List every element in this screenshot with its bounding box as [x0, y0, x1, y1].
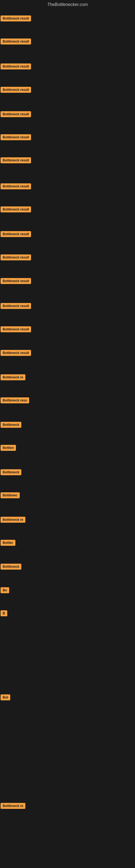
bottleneck-badge: Bottleneck result	[1, 350, 31, 356]
bottleneck-item: Bottleneck result	[1, 278, 31, 285]
bottleneck-item: Bottleneck result	[1, 303, 31, 310]
bottleneck-item: Bottleneck result	[1, 87, 31, 94]
bottleneck-item: Bottleneck result	[1, 16, 31, 23]
bottleneck-badge: Bottleneck result	[1, 134, 31, 140]
bottleneck-badge: Bottleneck result	[1, 231, 31, 237]
bottleneck-item: Bottleneck result	[1, 134, 31, 141]
bottleneck-item: Bottlen	[1, 445, 16, 452]
bottleneck-item: Bottleneck result	[1, 326, 31, 333]
bottleneck-badge: Bottleneck re	[1, 803, 26, 809]
bottleneck-badge: Bottleneck	[1, 469, 21, 475]
bottleneck-item: Bottleneck re	[1, 803, 26, 810]
bottleneck-badge: B	[1, 610, 7, 616]
bottleneck-item: Bot	[1, 694, 10, 702]
bottleneck-badge: Bottleneck result	[1, 38, 31, 44]
bottleneck-item: Bottler	[1, 540, 15, 547]
bottleneck-item: Bottleneck	[1, 564, 21, 571]
bottleneck-item: B	[1, 610, 7, 617]
bottleneck-item: Bottleneck result	[1, 38, 31, 45]
bottleneck-badge: Bottleneck re	[1, 374, 26, 380]
bottleneck-badge: Bottleneck result	[1, 254, 31, 260]
bottleneck-badge: Bottleneck result	[1, 111, 31, 117]
bottleneck-badge: Bottleneck result	[1, 326, 31, 332]
bottleneck-badge: Bo	[1, 587, 9, 593]
bottleneck-item: Bottleneck result	[1, 350, 31, 357]
bottleneck-badge: Bottleneck result	[1, 183, 31, 189]
bottleneck-badge: Bottleneck	[1, 564, 21, 569]
bottleneck-badge: Bottleneck re	[1, 517, 26, 523]
bottleneck-item: Bottleneck result	[1, 254, 31, 261]
bottleneck-item: Bottleneck result	[1, 111, 31, 118]
bottleneck-item: Bottleneck re	[1, 517, 26, 524]
bottleneck-badge: Bottlen	[1, 445, 16, 451]
bottleneck-badge: Bottlenec	[1, 492, 20, 498]
bottleneck-item: Bottleneck result	[1, 207, 31, 214]
bottleneck-badge: Bottleneck result	[1, 63, 31, 69]
bottleneck-item: Bottlenec	[1, 492, 20, 499]
bottleneck-badge: Bottleneck result	[1, 157, 31, 163]
bottleneck-item: Bottleneck result	[1, 183, 31, 190]
bottleneck-badge: Bottler	[1, 540, 15, 546]
bottleneck-item: Bottleneck resu	[1, 397, 29, 404]
bottleneck-item: Bottleneck re	[1, 374, 26, 381]
bottleneck-item: Bottleneck result	[1, 63, 31, 70]
bottleneck-badge: Bot	[1, 694, 10, 701]
bottleneck-item: Bottleneck	[1, 422, 21, 429]
bottleneck-item: Bottleneck result	[1, 157, 31, 164]
bottleneck-badge: Bottleneck resu	[1, 397, 29, 403]
bottleneck-badge: Bottleneck result	[1, 87, 31, 93]
bottleneck-badge: Bottleneck result	[1, 303, 31, 309]
bottleneck-item: Bo	[1, 587, 9, 594]
bottleneck-item: Bottleneck	[1, 469, 21, 476]
bottleneck-badge: Bottleneck	[1, 422, 21, 428]
site-title: TheBottlenecker.com	[0, 0, 135, 8]
bottleneck-badge: Bottleneck result	[1, 278, 31, 284]
bottleneck-badge: Bottleneck result	[1, 16, 31, 22]
bottleneck-badge: Bottleneck result	[1, 207, 31, 212]
bottleneck-item: Bottleneck result	[1, 231, 31, 238]
